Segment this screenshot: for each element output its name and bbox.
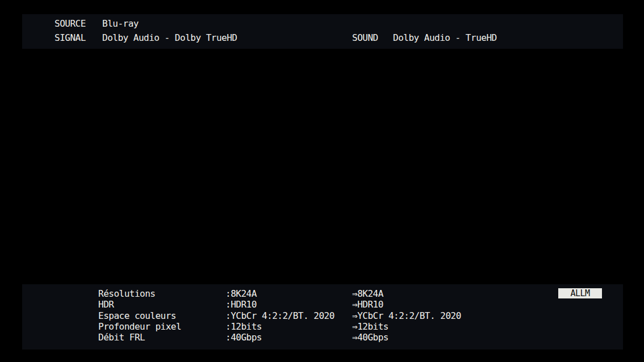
- info-row-input: :12bits: [225, 322, 262, 331]
- info-row-frl-rate: Débit FRL :40Gbps ⇒40Gbps: [22, 333, 623, 344]
- sound-label: SOUND: [352, 33, 378, 43]
- info-row-input: :8K24A: [225, 289, 257, 298]
- allm-status-badge: ALLM: [558, 288, 602, 298]
- info-row-label: HDR: [98, 300, 114, 309]
- signal-info-panel: Résolutions :8K24A ⇒8K24A HDR :HDR10 ⇒HD…: [22, 284, 623, 350]
- info-row-hdr: HDR :HDR10 ⇒HDR10: [22, 300, 623, 311]
- info-row-label: Profondeur pixel: [98, 322, 181, 331]
- info-row-output: ⇒HDR10: [352, 300, 383, 309]
- info-row-label: Résolutions: [98, 289, 155, 298]
- osd-screen: SOURCE Blu-ray SIGNAL Dolby Audio - Dolb…: [0, 0, 644, 362]
- info-row-input: :40Gbps: [225, 333, 262, 342]
- info-row-label: Espace couleurs: [98, 312, 176, 321]
- info-row-input: :YCbCr 4:2:2/BT. 2020: [225, 312, 334, 321]
- info-row-output: ⇒40Gbps: [352, 333, 388, 342]
- sound-value: Dolby Audio - TrueHD: [393, 33, 497, 43]
- info-row-input: :HDR10: [225, 300, 257, 309]
- signal-label: SIGNAL: [55, 33, 86, 43]
- info-row-output: ⇒8K24A: [352, 289, 383, 298]
- info-row-output: ⇒12bits: [352, 322, 388, 331]
- info-row-output: ⇒YCbCr 4:2:2/BT. 2020: [352, 312, 461, 321]
- top-info-bar: SOURCE Blu-ray SIGNAL Dolby Audio - Dolb…: [22, 14, 623, 49]
- source-label: SOURCE: [55, 19, 86, 28]
- signal-value: Dolby Audio - Dolby TrueHD: [102, 33, 237, 43]
- info-row-label: Débit FRL: [98, 333, 145, 342]
- source-value: Blu-ray: [102, 19, 139, 28]
